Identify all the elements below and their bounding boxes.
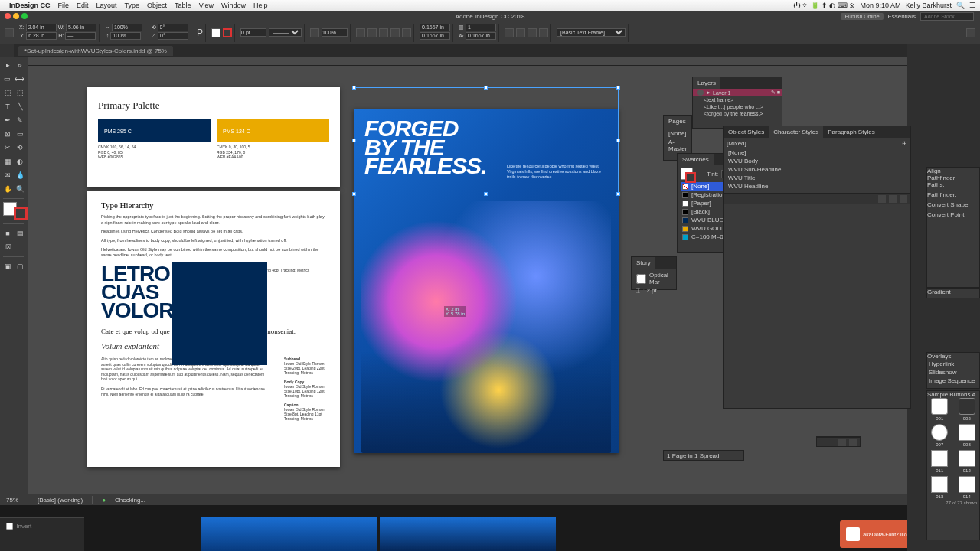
overlay-item[interactable]: Image Sequence	[927, 377, 979, 385]
button-sample[interactable]: 002	[955, 398, 980, 422]
menu-layout[interactable]: Layout	[96, 2, 117, 9]
fill-stroke-swatch[interactable]	[3, 202, 28, 220]
fill-swatch-icon[interactable]	[211, 28, 220, 37]
overlays-tab[interactable]: Overlays	[927, 353, 979, 360]
eyedropper-tool[interactable]: 💧	[15, 169, 25, 181]
gradient-swatch-tool[interactable]: ▦	[2, 155, 13, 168]
content-placer-tool[interactable]: ⬚	[15, 86, 25, 99]
layers-panel[interactable]: Layers ▸ Layer 1✎ ■ <text frame> <Like t…	[692, 77, 782, 129]
view-mode-preview[interactable]: ▢	[15, 260, 25, 272]
valign-center-icon[interactable]	[516, 28, 525, 37]
paragraph-styles-tab[interactable]: Paragraph Styles	[823, 126, 879, 138]
sample-buttons-tab[interactable]: Sample Buttons A	[927, 391, 979, 398]
pencil-tool[interactable]: ✎	[15, 114, 25, 126]
zoom-readout[interactable]: 75%	[6, 497, 18, 504]
menubar-list-icon[interactable]: ☰	[969, 2, 975, 9]
new-swatch-icon[interactable]	[838, 439, 846, 446]
button-sample[interactable]: 007	[927, 424, 952, 448]
scissors-tool[interactable]: ✂	[2, 142, 13, 154]
align-tab[interactable]: Align	[927, 168, 979, 174]
visibility-icon[interactable]	[697, 90, 704, 96]
selection-tool[interactable]: ▸	[2, 59, 13, 71]
menu-help[interactable]: Help	[253, 2, 268, 9]
optical-margin-checkbox[interactable]	[636, 274, 646, 284]
style-item[interactable]: WVU Headline	[727, 182, 907, 191]
style-item[interactable]: WVU Sub-Headline	[727, 165, 907, 174]
page-left[interactable]: Primary Palette PMS 295 C CMYK 100, 56, …	[87, 87, 340, 187]
type-tool[interactable]: T	[2, 100, 13, 112]
overlay-item[interactable]: Slideshow	[927, 368, 979, 377]
menu-edit[interactable]: Edit	[77, 2, 89, 9]
text-wrap-icon[interactable]	[402, 28, 411, 37]
inset-field[interactable]	[420, 24, 450, 31]
button-sample[interactable]: 012	[955, 450, 980, 474]
delete-style-button[interactable]	[900, 195, 907, 203]
button-sample[interactable]: 011	[927, 450, 952, 474]
inset-field[interactable]	[420, 32, 450, 40]
sample-buttons-panel[interactable]: Sample Buttons A 001 002 007 008 011 012…	[926, 390, 980, 540]
view-mode-normal[interactable]: ▣	[2, 260, 13, 272]
menubar-icons[interactable]: ⏻ ᯤ 🔋 ⬆ ◐ ⌨ ※	[793, 2, 855, 9]
content-collector-tool[interactable]: ⬚	[2, 86, 13, 99]
pages-a-master[interactable]: A-Master	[667, 138, 688, 153]
stroke-swatch-icon[interactable]	[223, 28, 232, 37]
reference-point-icon[interactable]	[5, 28, 14, 37]
window-thumbnail[interactable]	[201, 517, 377, 551]
button-sample[interactable]: 008	[955, 424, 980, 448]
apply-none-icon[interactable]: ☒	[2, 241, 15, 253]
swatches-tab[interactable]: Swatches	[678, 154, 714, 165]
h-field[interactable]	[65, 32, 96, 40]
invert-checkbox[interactable]	[6, 523, 13, 530]
new-style-icon[interactable]: ⊕	[902, 140, 907, 147]
style-item[interactable]: WVU Title	[727, 174, 907, 182]
apply-color-icon[interactable]: ■	[2, 227, 13, 240]
apply-gradient-icon[interactable]: ▤	[15, 227, 25, 240]
window-controls[interactable]	[5, 13, 28, 19]
clock[interactable]: Mon 9:10 AM	[860, 2, 900, 9]
valign-top-icon[interactable]	[505, 28, 514, 37]
control-menu-icon[interactable]	[966, 28, 975, 37]
pages-none[interactable]: [None]	[667, 129, 688, 138]
text-wrap-icon[interactable]	[390, 28, 400, 37]
preflight-checking[interactable]: Checking...	[115, 497, 145, 504]
character-styles-tab[interactable]: Character Styles	[769, 126, 823, 138]
fx-icon[interactable]	[310, 28, 319, 37]
overlay-item[interactable]: Hyperlink	[927, 360, 979, 368]
menu-app[interactable]: InDesign CC	[9, 2, 51, 9]
menu-view[interactable]: View	[199, 2, 214, 9]
transform-tool[interactable]: ⟲	[15, 142, 25, 154]
story-tab[interactable]: Story	[632, 257, 655, 269]
pathfinder-tab[interactable]: Pathfinder	[927, 174, 979, 181]
menu-object[interactable]: Object	[147, 2, 167, 9]
horizontal-ruler[interactable]	[28, 57, 907, 66]
stroke-weight-field[interactable]	[240, 28, 266, 37]
opacity-field[interactable]	[322, 28, 348, 37]
workspace-switcher[interactable]: Essentials	[888, 13, 916, 20]
note-tool[interactable]: ✉	[2, 169, 13, 181]
line-tool[interactable]: ╲	[15, 100, 25, 112]
new-style-button[interactable]	[889, 195, 897, 203]
styles-panel[interactable]: Object Styles Character Styles Paragraph…	[723, 126, 911, 409]
direct-selection-tool[interactable]: ▹	[15, 59, 25, 71]
shear-field[interactable]	[158, 32, 188, 40]
delete-swatch-icon[interactable]	[849, 439, 857, 446]
style-item[interactable]: WVU Body	[727, 157, 907, 165]
overlays-panel[interactable]: Overlays Hyperlink Slideshow Image Seque…	[926, 352, 980, 389]
story-panel[interactable]: Story Optical Mar ⌶12 pt	[631, 256, 677, 290]
menu-type[interactable]: Type	[125, 2, 140, 9]
layer-sub-item[interactable]: <forged by the fearless.>	[693, 110, 782, 117]
y-field[interactable]	[26, 32, 57, 40]
x-field[interactable]	[26, 24, 57, 31]
button-sample[interactable]: 013	[927, 476, 952, 500]
layer-sub-item[interactable]: <text frame>	[693, 96, 782, 103]
zoom-tool[interactable]: 🔍	[15, 183, 25, 195]
valign-bottom-icon[interactable]	[528, 28, 537, 37]
selection-frame[interactable]	[354, 87, 619, 194]
object-styles-tab[interactable]: Object Styles	[724, 126, 769, 138]
style-item[interactable]: [None]	[727, 148, 907, 157]
zoom-icon[interactable]	[21, 13, 28, 19]
object-style-select[interactable]: [Basic Text Frame]	[557, 28, 626, 37]
clear-override-icon[interactable]	[878, 195, 886, 203]
stroke-style-select[interactable]: ———	[269, 28, 302, 37]
w-field[interactable]	[66, 24, 96, 31]
